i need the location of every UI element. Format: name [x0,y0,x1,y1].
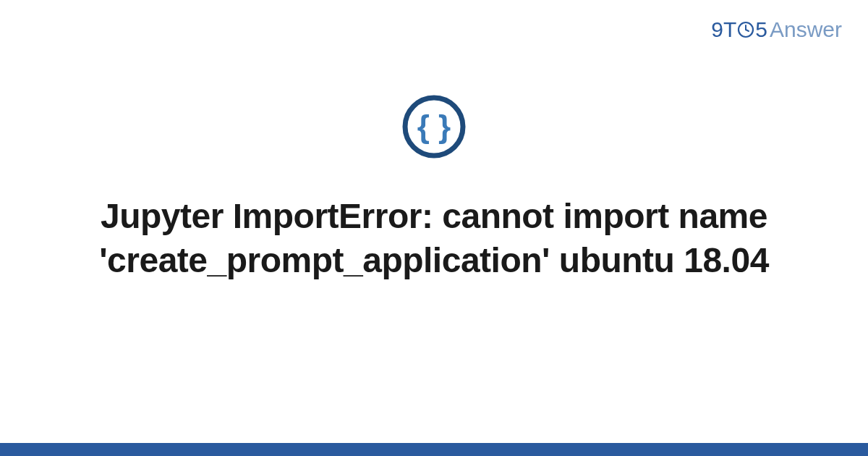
code-braces-icon: { } [401,94,467,159]
brand-clock-icon [737,21,754,38]
brand-prefix: 9T [711,17,736,42]
main-content: { } Jupyter ImportError: cannot import n… [0,94,868,283]
brand-middle: 5 [755,17,767,42]
brand-logo: 9T 5 Answer [711,17,842,42]
footer-accent-bar [0,443,868,456]
svg-text:{ }: { } [417,109,451,144]
page-title: Jupyter ImportError: cannot import name … [80,194,788,283]
brand-suffix: Answer [770,17,842,42]
svg-line-2 [746,30,749,31]
